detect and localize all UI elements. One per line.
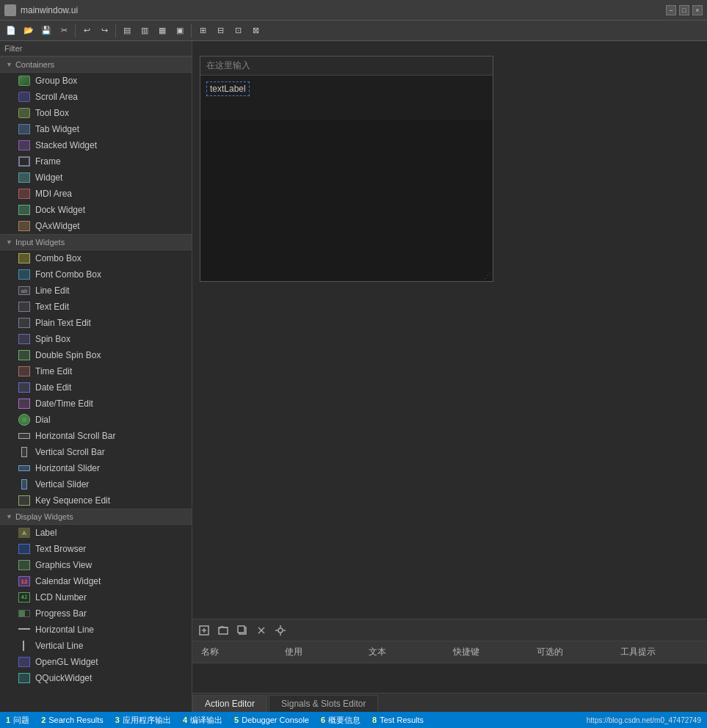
item-plaintextedit[interactable]: Plain Text Edit [0,315,192,331]
canvas-body [200,120,493,281]
item-stacked[interactable]: Stacked Widget [0,137,192,153]
action-settings-button[interactable] [272,622,289,639]
dial-label: Dial [35,415,51,425]
item-mdi[interactable]: MDI Area [0,186,192,202]
item-toolbox[interactable]: Tool Box [0,105,192,121]
new-button[interactable]: 📄 [3,23,19,39]
item-dateedit[interactable]: Date Edit [0,379,192,396]
item-opengl[interactable]: OpenGL Widget [0,654,192,670]
item-fontcombo[interactable]: Font Combo Box [0,266,192,283]
save-button[interactable]: 💾 [38,23,54,39]
item-vline[interactable]: Vertical Line [0,638,192,654]
status-item-2[interactable]: 2 Search Results [41,716,104,724]
minimize-button[interactable]: − [666,5,676,15]
item-tabwidget[interactable]: Tab Widget [0,121,192,137]
layout-h-button[interactable]: ▤ [119,23,135,39]
item-spinbox[interactable]: Spin Box [0,331,192,347]
item-vslider[interactable]: Vertical Slider [0,476,192,492]
item-qax[interactable]: QAxWidget [0,218,192,234]
status-item-8[interactable]: 8 Test Results [372,716,424,724]
item-hline[interactable]: Horizontal Line [0,622,192,638]
action-delete-button[interactable] [253,622,270,639]
item-keyseq[interactable]: Key Sequence Edit [0,492,192,509]
action-copy-button[interactable] [233,622,251,639]
widget-list[interactable]: ▼ Containers Group Box Scroll Area Tool … [0,57,192,712]
item-lcd[interactable]: 42 LCD Number [0,589,192,605]
layout-v-button[interactable]: ▥ [137,23,153,39]
item-lineedit[interactable]: ab Line Edit [0,283,192,299]
item-dial[interactable]: Dial [0,412,192,428]
item-textbrowser[interactable]: Text Browser [0,541,192,557]
grid2-button[interactable]: ⊟ [212,23,228,39]
status-item-1[interactable]: 1 问题 [6,715,29,726]
item-timeedit[interactable]: Time Edit [0,363,192,379]
containers-header[interactable]: ▼ Containers [0,57,192,73]
item-frame[interactable]: Frame [0,153,192,170]
scrollarea-label: Scroll Area [35,92,78,102]
status-item-6[interactable]: 6 概要信息 [321,715,360,726]
toolbar-sep3 [191,24,192,37]
status-item-3[interactable]: 3 应用程序输出 [115,715,171,726]
action-table-header: 名称 使用 文本 快捷键 可选的 工具提示 [192,641,707,663]
label-icon: A [18,527,31,539]
undo-button[interactable]: ↩ [79,23,95,39]
item-qquick[interactable]: QQuickWidget [0,670,192,686]
item-dock[interactable]: Dock Widget [0,202,192,218]
open-button[interactable]: 📂 [21,23,37,39]
close-button[interactable]: × [692,5,703,15]
vscrollbar-icon [18,446,31,458]
lineedit-label: Line Edit [35,285,70,296]
input-arrow: ▼ [6,239,12,246]
item-label[interactable]: A Label [0,525,192,541]
item-graphicsview[interactable]: Graphics View [0,557,192,573]
mdi-icon [18,188,31,200]
input-widgets-header[interactable]: ▼ Input Widgets [0,234,192,250]
hslider-label: Horizontal Slider [35,463,100,473]
grid-button[interactable]: ⊞ [195,23,211,39]
status-url: https://blog.csdn.net/m0_47472749 [587,716,701,724]
tab-signals-slots[interactable]: Signals & Slots Editor [269,695,378,712]
action-open-button[interactable] [214,622,232,639]
redo-button[interactable]: ↪ [96,23,112,39]
svg-rect-3 [219,627,228,634]
hscrollbar-label: Horizontal Scroll Bar [35,431,115,441]
text-label-text: textLabel [210,84,246,94]
item-textedit[interactable]: Text Edit [0,299,192,315]
text-label-widget[interactable]: textLabel [206,81,250,96]
progressbar-icon [18,608,31,619]
display-widgets-header[interactable]: ▼ Display Widgets [0,509,192,525]
layout-g-button[interactable]: ▦ [154,23,170,39]
main-area: Filter ▼ Containers Group Box Scroll Are… [0,41,707,712]
item-doublespinbox[interactable]: Double Spin Box [0,347,192,363]
item-combobox[interactable]: Combo Box [0,250,192,266]
col-name: 名称 [198,644,282,660]
action-new-button[interactable] [195,622,213,639]
item-scrollarea[interactable]: Scroll Area [0,89,192,105]
item-groupbox[interactable]: Group Box [0,73,192,89]
tab-action-editor[interactable]: Action Editor [192,695,267,712]
grid3-button[interactable]: ⊡ [230,23,246,39]
opengl-icon [18,656,31,668]
mdi-label: MDI Area [35,189,72,199]
canvas-resize-handle[interactable]: ⋰ [484,272,491,280]
item-vscrollbar[interactable]: Vertical Scroll Bar [0,444,192,460]
groupbox-label: Group Box [35,76,77,86]
vslider-icon [18,478,31,490]
opengl-label: OpenGL Widget [35,657,98,667]
containers-label: Containers [15,60,54,69]
item-hslider[interactable]: Horizontal Slider [0,460,192,476]
status-num-4: 4 [183,716,187,724]
item-hscrollbar[interactable]: Horizontal Scroll Bar [0,428,192,444]
preview-button[interactable]: ⊠ [247,23,264,39]
progressbar-label: Progress Bar [35,608,87,619]
maximize-button[interactable]: □ [679,5,689,15]
status-item-5[interactable]: 5 Debugger Console [234,716,309,724]
item-progressbar[interactable]: Progress Bar [0,605,192,622]
item-widget[interactable]: Widget [0,170,192,186]
item-datetimeedit[interactable]: Date/Time Edit [0,396,192,412]
vline-icon [18,640,31,652]
status-item-4[interactable]: 4 编译输出 [183,715,222,726]
item-calendar[interactable]: 12 Calendar Widget [0,573,192,589]
cut-button[interactable]: ✂ [56,23,72,39]
layout-f-button[interactable]: ▣ [172,23,188,39]
